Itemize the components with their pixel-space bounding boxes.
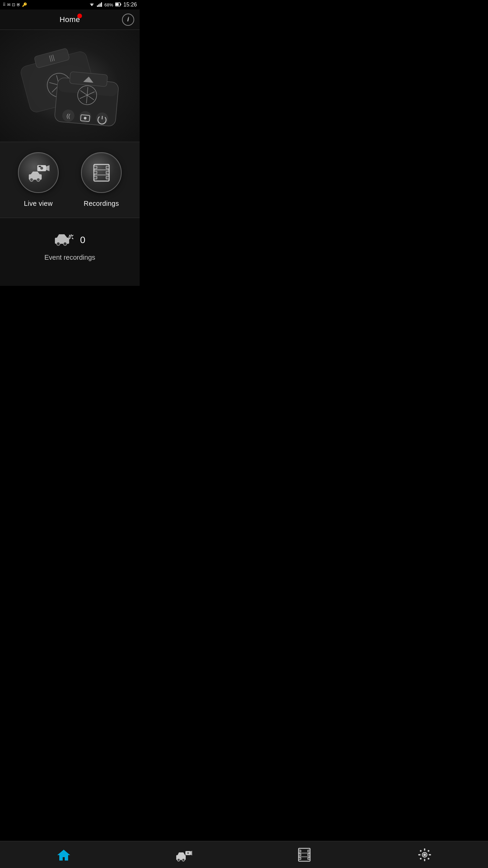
- svg-line-51: [72, 238, 73, 239]
- header: Home i: [0, 9, 140, 30]
- battery-icon: [115, 2, 121, 7]
- recording-indicator: [77, 14, 82, 18]
- event-recordings-label: Event recordings: [44, 254, 95, 261]
- svg-point-29: [30, 178, 33, 181]
- event-car-icon: [54, 232, 75, 248]
- dots-icon: ⠿: [3, 2, 6, 7]
- wifi-icon: [89, 2, 95, 8]
- svg-point-30: [37, 178, 40, 181]
- svg-marker-33: [46, 165, 49, 171]
- gmail-icon: ✉: [7, 2, 11, 7]
- events-section: 0 Event recordings: [0, 218, 140, 286]
- recordings-icon: [81, 152, 122, 193]
- device-image-section: ||| (: [0, 30, 140, 142]
- shield-icon: ⛨: [17, 2, 21, 7]
- svg-rect-3: [101, 2, 102, 7]
- info-button[interactable]: i: [122, 14, 134, 26]
- recordings-label: Recordings: [84, 200, 119, 208]
- svg-point-45: [57, 242, 60, 245]
- live-view-button[interactable]: Live view: [18, 152, 59, 208]
- key-icon: 🔑: [22, 2, 27, 7]
- svg-rect-34: [39, 166, 41, 167]
- dashcam-device-image: ||| (: [16, 35, 124, 137]
- svg-rect-0: [97, 5, 98, 7]
- nav-home[interactable]: [50, 845, 77, 865]
- status-right-info: 68% 15:26: [89, 2, 137, 8]
- svg-line-49: [69, 235, 70, 236]
- svg-rect-5: [120, 3, 121, 5]
- svg-rect-36: [94, 166, 97, 169]
- svg-marker-53: [57, 850, 70, 861]
- svg-line-52: [69, 238, 70, 239]
- signal-icon: [97, 2, 102, 8]
- svg-rect-41: [106, 176, 109, 179]
- time-display: 15:26: [123, 2, 137, 8]
- svg-point-46: [63, 242, 67, 245]
- svg-rect-40: [106, 171, 109, 174]
- svg-rect-39: [106, 166, 109, 169]
- battery-percent: 68%: [104, 2, 113, 7]
- overlay-icon: ⊡: [12, 2, 15, 7]
- status-bar: ⠿ ✉ ⊡ ⛨ 🔑 68%: [0, 0, 140, 9]
- event-count-row: 0: [54, 232, 85, 248]
- live-view-label: Live view: [24, 200, 53, 208]
- main-action-buttons: Live view Recordings: [0, 142, 140, 218]
- bottom-navigation: [0, 841, 140, 868]
- svg-rect-1: [98, 4, 99, 7]
- event-count-value: 0: [80, 235, 85, 245]
- svg-rect-6: [116, 3, 119, 5]
- status-left-icons: ⠿ ✉ ⊡ ⛨ 🔑: [3, 2, 27, 7]
- live-view-icon: [18, 152, 59, 193]
- recordings-button[interactable]: Recordings: [81, 152, 122, 208]
- svg-rect-37: [94, 171, 97, 174]
- svg-rect-2: [100, 3, 101, 7]
- svg-rect-38: [94, 176, 97, 179]
- svg-line-50: [72, 235, 73, 236]
